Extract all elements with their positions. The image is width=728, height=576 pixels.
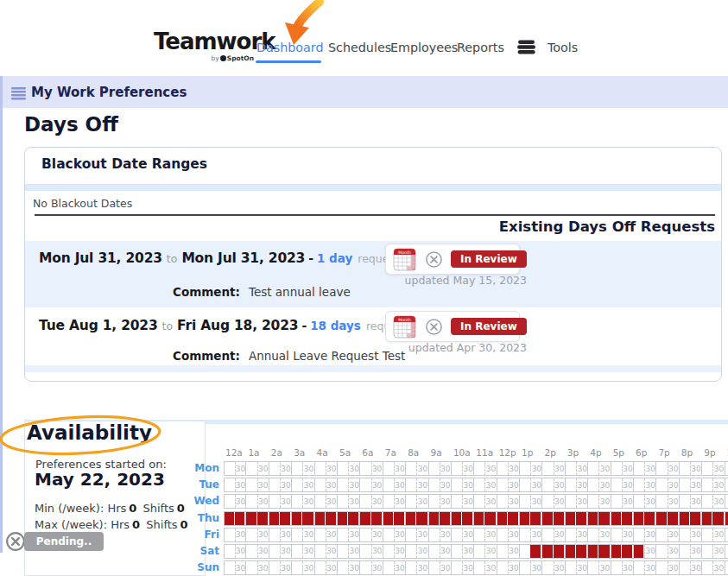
availability-cell[interactable]: 30 xyxy=(497,528,520,542)
availability-cell[interactable]: 30 xyxy=(360,461,383,476)
availability-cell[interactable]: 30 xyxy=(452,544,474,559)
availability-cell[interactable]: 30 xyxy=(452,528,474,542)
availability-cell[interactable]: 30 xyxy=(634,528,656,542)
cancel-request-icon[interactable] xyxy=(425,318,443,336)
availability-cell[interactable]: 30 xyxy=(588,560,611,575)
availability-cell[interactable]: 30 xyxy=(611,560,634,575)
nav-item-tools[interactable]: Tools xyxy=(548,41,578,54)
availability-cell[interactable]: 30 xyxy=(725,560,728,575)
availability-cell[interactable]: 30 xyxy=(634,560,656,575)
availability-cell[interactable]: 30 xyxy=(292,528,314,542)
availability-cell[interactable]: 30 xyxy=(338,544,360,559)
availability-cell[interactable]: 30 xyxy=(725,544,728,559)
availability-cell[interactable]: 30 xyxy=(315,461,338,476)
availability-cell[interactable]: 30 xyxy=(611,528,634,542)
availability-cell[interactable]: 30 xyxy=(360,544,383,559)
availability-cell[interactable]: 30 xyxy=(725,461,728,476)
availability-cell[interactable]: 30 xyxy=(292,560,314,575)
availability-cell[interactable]: 30 xyxy=(383,478,406,492)
availability-cell[interactable]: 30 xyxy=(292,494,314,509)
availability-cell[interactable]: 30 xyxy=(360,528,383,542)
availability-cell[interactable]: 30 xyxy=(429,478,452,492)
availability-cell[interactable]: 30 xyxy=(429,528,452,542)
availability-cell[interactable]: 30 xyxy=(269,560,292,575)
calendar-icon[interactable]: Month xyxy=(392,246,417,272)
availability-cell[interactable]: 30 xyxy=(680,494,702,509)
availability-cell[interactable]: 30 xyxy=(656,544,679,559)
availability-cell[interactable] xyxy=(588,544,611,559)
availability-cell[interactable]: 30 xyxy=(315,494,338,509)
cancel-request-icon[interactable] xyxy=(425,250,443,269)
availability-cell[interactable] xyxy=(292,511,314,526)
availability-cell[interactable]: 30 xyxy=(725,494,728,509)
availability-cell[interactable]: 30 xyxy=(269,494,292,509)
availability-cell[interactable]: 30 xyxy=(292,478,314,492)
availability-cell[interactable] xyxy=(360,511,383,526)
availability-cell[interactable]: 30 xyxy=(588,478,611,492)
availability-cell[interactable] xyxy=(702,511,725,526)
availability-cell[interactable]: 30 xyxy=(566,461,588,476)
availability-cell[interactable]: 30 xyxy=(634,478,656,492)
availability-cell[interactable]: 30 xyxy=(383,494,406,509)
availability-cell[interactable]: 30 xyxy=(520,478,542,492)
availability-cell[interactable]: 30 xyxy=(406,560,428,575)
availability-cell[interactable] xyxy=(315,511,338,526)
availability-cell[interactable]: 30 xyxy=(656,461,679,476)
availability-cell[interactable]: 30 xyxy=(406,494,428,509)
availability-cell[interactable]: 30 xyxy=(497,461,520,476)
availability-cell[interactable]: 30 xyxy=(702,461,725,476)
availability-cell[interactable]: 30 xyxy=(383,528,406,542)
availability-cell[interactable] xyxy=(269,511,292,526)
availability-cell[interactable] xyxy=(588,511,611,526)
availability-cell[interactable] xyxy=(497,511,520,526)
menu-icon[interactable] xyxy=(11,87,27,100)
availability-cell[interactable]: 30 xyxy=(611,494,634,509)
availability-cell[interactable]: 30 xyxy=(315,528,338,542)
availability-cell[interactable]: 30 xyxy=(338,528,360,542)
availability-cell[interactable]: 30 xyxy=(360,560,383,575)
availability-cell[interactable] xyxy=(566,544,588,559)
availability-cell[interactable]: 30 xyxy=(246,528,269,542)
availability-cell[interactable]: 30 xyxy=(474,494,497,509)
availability-cell[interactable]: 30 xyxy=(269,461,292,476)
availability-cell[interactable]: 30 xyxy=(588,461,611,476)
availability-cell[interactable] xyxy=(634,511,656,526)
availability-cell[interactable]: 30 xyxy=(611,461,634,476)
availability-cell[interactable]: 30 xyxy=(269,478,292,492)
availability-cell[interactable]: 30 xyxy=(452,478,474,492)
availability-cell[interactable]: 30 xyxy=(680,461,702,476)
availability-cell[interactable] xyxy=(383,511,406,526)
nav-item-reports[interactable]: Reports xyxy=(457,41,504,54)
availability-cell[interactable]: 30 xyxy=(224,461,246,476)
availability-cell[interactable]: 30 xyxy=(634,494,656,509)
availability-cell[interactable]: 30 xyxy=(566,528,588,542)
availability-cell[interactable]: 30 xyxy=(542,494,565,509)
availability-cell[interactable]: 30 xyxy=(634,461,656,476)
availability-cell[interactable]: 30 xyxy=(360,494,383,509)
availability-cell[interactable]: 30 xyxy=(383,560,406,575)
availability-cell[interactable]: 30 xyxy=(406,478,428,492)
availability-cell[interactable]: 30 xyxy=(406,544,428,559)
availability-cell[interactable]: 30 xyxy=(680,560,702,575)
availability-cell[interactable]: 30 xyxy=(656,478,679,492)
availability-cell[interactable]: 30 xyxy=(269,544,292,559)
availability-cell[interactable] xyxy=(611,544,634,559)
availability-cell[interactable]: 30 xyxy=(224,544,246,559)
availability-cell[interactable]: 30 xyxy=(474,528,497,542)
availability-cell[interactable]: 30 xyxy=(246,461,269,476)
availability-cell[interactable]: 30 xyxy=(246,494,269,509)
availability-cell[interactable]: 30 xyxy=(338,494,360,509)
availability-cell[interactable]: 30 xyxy=(702,528,725,542)
availability-cell[interactable]: 30 xyxy=(542,560,565,575)
availability-cell[interactable]: 30 xyxy=(474,461,497,476)
availability-cell[interactable] xyxy=(338,511,360,526)
availability-cell[interactable]: 30 xyxy=(725,528,728,542)
availability-cell[interactable]: 30 xyxy=(702,494,725,509)
availability-cell[interactable]: 30 xyxy=(588,494,611,509)
availability-cell[interactable]: 30 xyxy=(725,478,728,492)
availability-cell[interactable]: 30 xyxy=(224,494,246,509)
stack-icon[interactable] xyxy=(515,38,537,57)
availability-cell[interactable]: 30 xyxy=(224,560,246,575)
availability-cell[interactable]: 30 xyxy=(656,528,679,542)
availability-cell[interactable]: 30 xyxy=(338,461,360,476)
